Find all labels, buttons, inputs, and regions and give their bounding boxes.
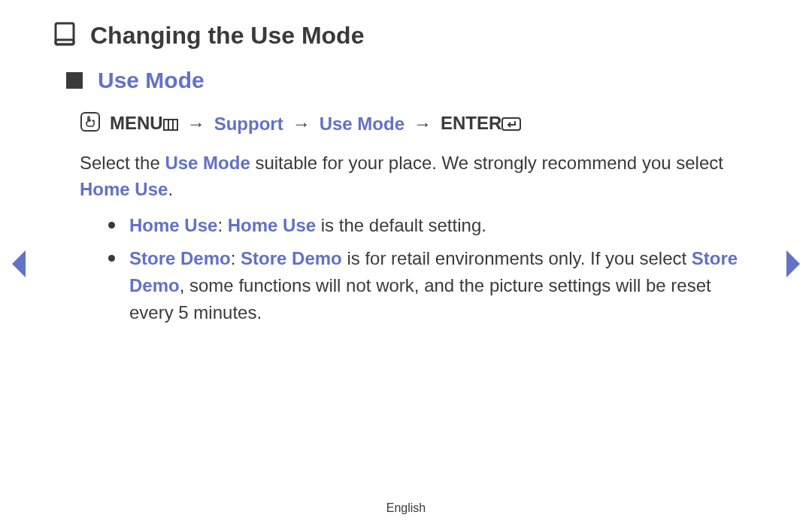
manual-page: Changing the Use Mode Use Mode MENU → Su… <box>0 0 812 530</box>
home-use-colon: : <box>217 215 227 235</box>
home-use-desc: is the default setting. <box>316 215 486 235</box>
list-item-store-demo: Store Demo: Store Demo is for retail env… <box>105 245 759 326</box>
nav-menu-label: MENU <box>110 113 178 135</box>
list-item-home-use: Home Use: Home Use is the default settin… <box>105 212 759 239</box>
square-bullet-icon <box>66 72 83 89</box>
book-icon <box>53 21 78 50</box>
store-demo-mid: is for retail environments only. If you … <box>342 248 692 268</box>
triangle-left-icon <box>11 249 29 279</box>
menu-path: MENU → Support → Use Mode → ENTER <box>80 111 759 137</box>
enter-icon <box>501 114 521 135</box>
svg-rect-2 <box>81 113 99 131</box>
arrow-separator: → <box>414 114 432 135</box>
store-demo-name: Store Demo <box>129 248 231 268</box>
intro-use-mode: Use Mode <box>165 153 250 173</box>
intro-paragraph: Select the Use Mode suitable for your pl… <box>80 150 759 203</box>
nav-enter-label: ENTER <box>441 113 521 135</box>
section-title: Use Mode <box>98 68 205 93</box>
home-use-name-2: Home Use <box>228 215 316 235</box>
arrow-separator: → <box>187 114 205 135</box>
intro-post: . <box>168 179 173 199</box>
svg-rect-0 <box>56 23 74 44</box>
page-title: Changing the Use Mode <box>90 22 364 50</box>
section-title-row: Use Mode <box>66 68 759 93</box>
next-page-button[interactable] <box>783 249 801 282</box>
intro-home-use: Home Use <box>80 179 168 199</box>
intro-mid: suitable for your place. We strongly rec… <box>250 153 723 173</box>
nav-enter-text: ENTER <box>441 113 501 133</box>
store-demo-name-2: Store Demo <box>241 248 342 268</box>
store-demo-rest: , some functions will not work, and the … <box>129 275 711 323</box>
svg-marker-8 <box>786 250 800 277</box>
options-list: Home Use: Home Use is the default settin… <box>105 212 759 326</box>
nav-use-mode: Use Mode <box>320 114 404 135</box>
hand-icon <box>80 111 101 137</box>
footer-language: English <box>0 501 812 515</box>
nav-support: Support <box>214 114 283 135</box>
store-demo-colon: : <box>231 248 241 268</box>
intro-pre: Select the <box>80 153 165 173</box>
arrow-separator: → <box>292 114 311 135</box>
home-use-name: Home Use <box>129 215 217 235</box>
prev-page-button[interactable] <box>11 249 29 282</box>
menu-grid-icon <box>163 114 178 135</box>
svg-rect-3 <box>164 120 177 130</box>
svg-rect-1 <box>56 40 74 44</box>
nav-menu-text: MENU <box>110 113 163 133</box>
triangle-right-icon <box>783 249 801 279</box>
svg-marker-7 <box>12 250 26 277</box>
page-title-row: Changing the Use Mode <box>53 21 759 50</box>
